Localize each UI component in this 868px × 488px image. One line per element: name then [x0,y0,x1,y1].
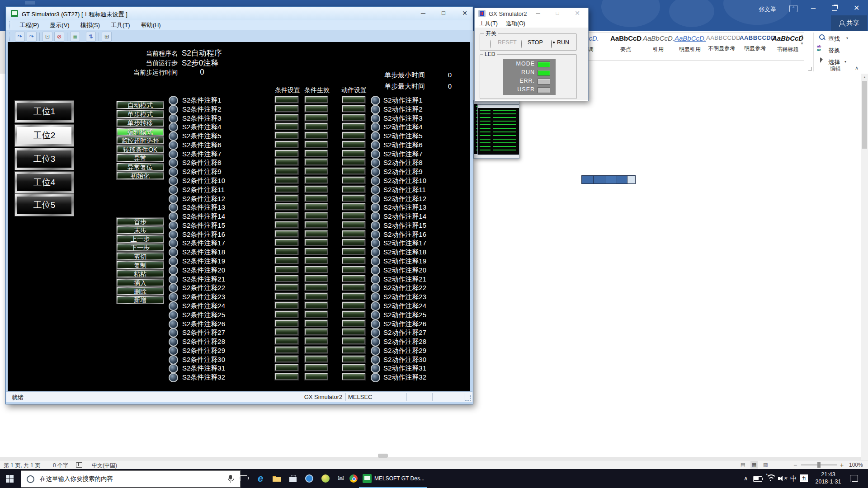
condition-active-switch[interactable] [305,364,328,371]
condition-active-switch[interactable] [305,338,328,344]
mode-button-6[interactable]: 转移条件OK [117,145,164,153]
action-set-switch[interactable] [342,338,365,344]
sphere-browser-icon[interactable] [321,473,330,484]
speaker-mute-icon[interactable]: ✕ [778,475,787,482]
gx-minimize-icon[interactable]: ─ [531,10,545,17]
gt-menu-item-3[interactable]: 工具(T) [106,20,135,30]
action-set-switch[interactable] [342,311,365,318]
action-set-switch[interactable] [342,168,365,174]
station-button-2[interactable]: 工位2 [15,125,74,146]
tray-clock[interactable]: 21:43 2018-1-31 [811,471,845,485]
action-set-switch[interactable] [342,195,365,202]
condition-active-switch[interactable] [305,132,328,139]
condition-set-switch[interactable] [275,96,298,103]
condition-set-switch[interactable] [275,266,298,273]
condition-set-switch[interactable] [275,230,298,237]
gx-menu-options[interactable]: 选项(O) [506,20,525,28]
condition-active-switch[interactable] [305,123,328,130]
condition-set-switch[interactable] [275,311,298,318]
condition-set-switch[interactable] [275,302,298,309]
store-icon[interactable] [288,473,298,484]
open-project-icon[interactable]: ↷ [15,32,25,42]
zoom-in-icon[interactable]: + [840,461,844,469]
gx-menu-tools[interactable]: 工具(T) [479,20,498,28]
condition-set-switch[interactable] [275,203,298,210]
condition-active-switch[interactable] [305,177,328,183]
action-set-switch[interactable] [342,186,365,192]
mode-button-8[interactable]: 异常复位 [117,163,164,171]
step-button-8[interactable]: 插入 [117,279,164,286]
gt-minimize-icon[interactable]: ─ [415,9,431,17]
find-button[interactable]: 查找 [828,35,840,43]
action-set-switch[interactable] [342,114,365,121]
action-set-switch[interactable] [342,203,365,210]
action-set-switch[interactable] [342,284,365,291]
condition-set-switch[interactable] [275,257,298,264]
ime-mode-indicator[interactable]: 中 [790,474,797,483]
action-set-switch[interactable] [342,212,365,219]
condition-active-switch[interactable] [305,239,328,246]
mode-button-5[interactable]: 监控超时选择 [117,136,164,144]
gt-menu-item-1[interactable]: 显示(V) [45,20,74,30]
condition-active-switch[interactable] [305,212,328,219]
word-count[interactable]: 0 个字 [53,462,68,469]
condition-set-switch[interactable] [275,168,298,174]
device-monitor-window-2[interactable] [477,104,519,155]
print-layout-icon[interactable]: ▦ [750,461,758,469]
action-set-switch[interactable] [342,364,365,371]
condition-set-switch[interactable] [275,373,298,380]
station-button-3[interactable]: 工位3 [15,148,74,170]
condition-set-switch[interactable] [275,364,298,371]
step-button-9[interactable]: 删除 [117,287,164,295]
page-indicator[interactable]: 第 1 页, 共 1 页 [4,462,40,469]
web-layout-icon[interactable]: ▧ [763,462,768,468]
browser-icon[interactable] [304,473,314,484]
action-set-switch[interactable] [342,356,365,362]
zoom-level[interactable]: 100% [849,462,863,468]
mode-button-4[interactable]: 编辑模式 [117,128,164,136]
condition-set-switch[interactable] [275,320,298,327]
action-set-switch[interactable] [342,239,365,246]
mode-button-2[interactable]: 单步模式 [117,110,164,118]
gt-close-icon[interactable]: ✕ [457,9,472,17]
step-button-1[interactable]: 首步 [117,218,164,225]
condition-set-switch[interactable] [275,356,298,362]
action-set-switch[interactable] [342,177,365,183]
gt-menu-item-4[interactable]: 帮助(H) [137,20,165,30]
condition-set-switch[interactable] [275,141,298,148]
read-mode-icon[interactable]: ▤ [741,462,745,468]
condition-active-switch[interactable] [305,114,328,121]
condition-active-switch[interactable] [305,159,328,165]
action-set-switch[interactable] [342,275,365,282]
style-entry-7[interactable]: AaBbCcD书籍标题 [772,34,803,58]
condition-active-switch[interactable] [305,311,328,318]
condition-active-switch[interactable] [305,150,328,157]
language-indicator[interactable]: 中文(中国) [92,462,117,469]
scrollbar-thumb[interactable] [862,81,867,149]
gx-close-icon[interactable]: ✕ [571,9,584,17]
station-button-1[interactable]: 工位1 [15,101,74,122]
condition-active-switch[interactable] [305,356,328,362]
taskbar-search-box[interactable]: 在这里输入你要搜索的内容 [21,470,241,488]
condition-set-switch[interactable] [275,293,298,300]
file-explorer-icon[interactable] [272,473,282,484]
battery-icon[interactable] [753,476,762,482]
step-button-5[interactable]: 剪切 [117,253,164,260]
action-set-switch[interactable] [342,347,365,353]
resize-grip[interactable] [465,395,471,401]
condition-set-switch[interactable] [275,123,298,130]
action-set-switch[interactable] [342,221,365,228]
condition-active-switch[interactable] [305,186,328,192]
action-set-switch[interactable] [342,159,365,165]
condition-set-switch[interactable] [275,212,298,219]
step-button-6[interactable]: 复制 [117,261,164,269]
wifi-icon[interactable]: * [766,474,776,482]
step-button-7[interactable]: 粘粘 [117,270,164,277]
start-button[interactable] [6,475,14,483]
zoom-out-icon[interactable]: − [793,461,797,469]
condition-set-switch[interactable] [275,248,298,255]
taskbar-app-1[interactable]: MELSOFT GT Des... [359,469,427,488]
station-button-4[interactable]: 工位4 [15,172,74,193]
condition-set-switch[interactable] [275,347,298,353]
action-set-switch[interactable] [342,123,365,130]
